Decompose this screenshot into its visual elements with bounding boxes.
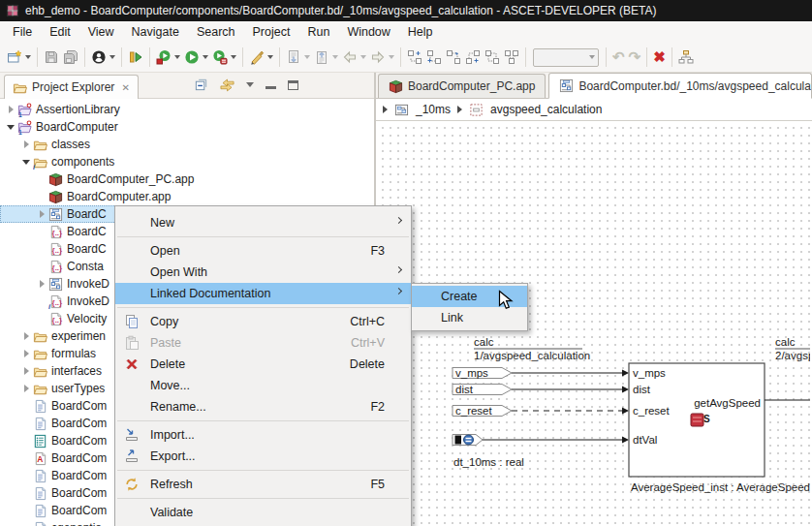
view-menu-icon[interactable] [246,82,254,87]
tab-boardcomputer-pc-app[interactable]: BoardComputer_PC.app [378,74,546,98]
project-explorer-icon [13,80,27,95]
class-icon: {..} [48,312,63,326]
toolbar-button-new-wizard[interactable] [5,46,33,69]
context-menu-item-refresh[interactable]: RefreshF5 [115,474,411,495]
dropdown-arrow-icon[interactable] [304,55,310,59]
menubar-item-help[interactable]: Help [399,22,442,42]
breadcrumb-arrow-icon[interactable] [457,106,462,113]
tree-item[interactable]: 1AssertionLibrary [0,101,374,118]
breadcrumb-arrow-icon[interactable] [383,106,388,113]
expander-icon[interactable] [19,350,33,357]
expander-icon[interactable] [35,280,48,288]
toolbar-button-run-error[interactable] [210,46,238,69]
submenu-item-link[interactable]: Link [412,307,527,328]
expander-icon[interactable] [35,210,48,218]
toolbar-button-back-nav[interactable] [340,46,368,69]
breadcrumb-item-avgspeed[interactable]: avgspeed_calculation [490,103,602,116]
app-cube-icon [48,190,63,204]
menubar-item-file[interactable]: File [4,22,41,42]
tree-item[interactable]: 1BoardComputer [0,118,374,136]
context-menu-item-validate[interactable]: Validate [115,502,411,523]
toolbar-button-trace-export[interactable] [312,46,340,69]
tab-project-explorer[interactable]: Project Explorer ✕ [4,75,139,99]
dropdown-arrow-icon[interactable] [25,55,31,59]
tree-item[interactable]: BoardComputer.app [0,188,374,205]
context-menu-item-move[interactable]: Move... [115,375,411,396]
menu-item-shortcut: Ctrl+V [351,336,385,350]
minimize-view-icon[interactable] [265,86,276,89]
toolbar-button-highlight-pen[interactable] [247,46,275,69]
link-with-editor-icon[interactable] [220,77,234,92]
region2-name: calc [775,336,796,348]
toolbar-button-undo[interactable]: ↶ [610,46,627,69]
menubar-item-navigate[interactable]: Navigate [123,22,188,42]
toolbar-combobox[interactable] [533,48,599,67]
menubar-item-project[interactable]: Project [244,22,299,42]
toolbar-button-user-account[interactable] [89,46,117,69]
region1-name: calc [474,336,494,348]
toolbar-button-layout-align-2[interactable] [424,46,444,69]
close-view-icon[interactable]: ✕ [121,82,129,93]
context-menu-item-import[interactable]: Import... [115,424,411,446]
menubar-item-search[interactable]: Search [188,22,244,42]
tree-item[interactable]: classes [0,136,374,153]
dropdown-arrow-icon[interactable] [174,55,180,59]
class-icon: {..} [48,242,63,257]
submenu-item-label: Link [441,311,463,325]
submenu-item-create[interactable]: Create [412,286,527,307]
maximize-view-icon[interactable] [288,80,298,90]
context-menu-item-export[interactable]: Export... [115,446,411,467]
toolbar-button-run-stop[interactable] [154,46,182,69]
expander-icon[interactable] [4,125,17,130]
expander-icon[interactable] [4,106,17,113]
diagram-fragment-icon [469,103,484,117]
toolbar-button-trace-step[interactable] [126,46,145,69]
tree-item[interactable]: icomponents [0,153,374,170]
dropdown-arrow-icon[interactable] [332,55,338,59]
context-menu-item-open[interactable]: OpenF3 [115,240,411,262]
dropdown-arrow-icon[interactable] [389,55,394,59]
toolbar-separator [242,47,243,67]
context-menu-item-open-with[interactable]: Open With [115,262,411,283]
collapse-all-icon[interactable] [194,77,208,92]
toolbar-button-save-all[interactable] [61,46,80,69]
menubar-item-view[interactable]: View [79,22,123,42]
expander-icon[interactable] [19,140,33,148]
tree-item-label: Consta [67,260,108,273]
toolbar-button-run[interactable] [182,46,210,69]
context-menu-item-rename[interactable]: Rename...F2 [115,396,411,418]
dropdown-arrow-icon[interactable] [231,55,236,59]
expander-icon[interactable] [19,332,33,340]
context-menu-item-delete[interactable]: DeleteDelete [115,354,411,375]
toolbar-button-layout-align-5[interactable] [483,46,502,69]
expander-icon[interactable] [19,385,33,392]
menubar-item-edit[interactable]: Edit [41,22,79,42]
dropdown-arrow-icon[interactable] [360,55,366,59]
tab-boardcomputer-bd[interactable]: BoardComputer.bd/_10ms/avgspeed_calculat… [548,73,812,99]
context-menu-item-paste[interactable]: PasteCtrl+V [115,332,411,354]
toolbar-button-layout-align-6[interactable] [502,46,521,69]
dropdown-arrow-icon[interactable] [267,55,273,59]
toolbar-button-trace-import[interactable] [284,46,312,69]
menu-item-label: Open [150,244,180,258]
toolbar-button-delete-element[interactable]: ✖ [651,46,668,69]
expander-icon[interactable] [19,367,33,375]
context-menu-item-new[interactable]: New [115,212,411,233]
toolbar-button-forward-nav[interactable] [368,46,396,69]
toolbar-button-layout-align-4[interactable] [463,46,483,69]
toolbar-button-layout-align-3[interactable] [444,46,463,69]
dropdown-arrow-icon[interactable] [109,55,115,59]
context-menu-item-linked-documentation[interactable]: Linked Documentation [115,283,411,304]
expander-icon[interactable] [19,160,33,165]
breadcrumb-item-10ms[interactable]: _10ms [416,103,451,116]
context-menu-item-copy[interactable]: CopyCtrl+C [115,311,411,332]
toolbar-button-save[interactable] [42,46,61,69]
dropdown-arrow-icon[interactable] [203,55,208,59]
toolbar-button-layout-align-1[interactable] [405,46,424,69]
toolbar-button-hierarchy[interactable] [676,46,696,69]
input-label-v-mps: v_mps [455,367,488,379]
tree-item[interactable]: BoardComputer_PC.app [0,170,374,188]
toolbar-button-redo[interactable]: ↷ [627,46,643,69]
menubar-item-window[interactable]: Window [338,22,398,42]
menubar-item-run[interactable]: Run [298,22,338,42]
